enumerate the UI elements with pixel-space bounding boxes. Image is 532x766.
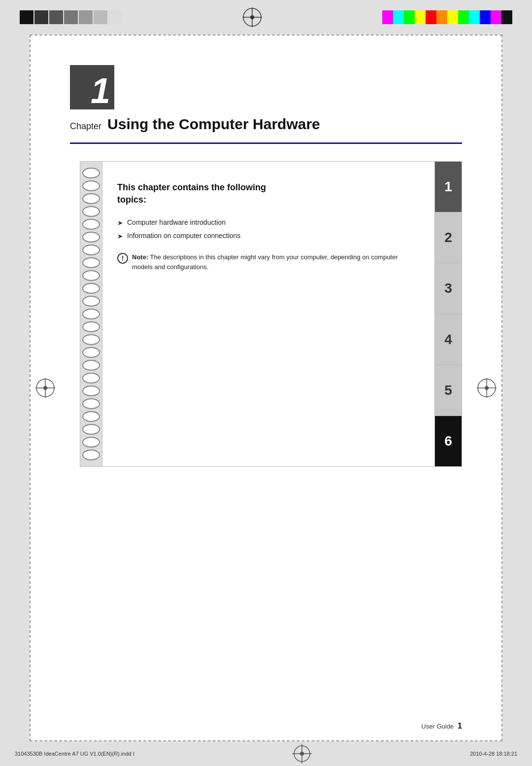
darkbar [501, 10, 512, 24]
printer-marks-bottom: 31043530B IdeaCentre A7 UG V1.0(EN)(R).i… [0, 741, 532, 766]
color-bars-right [382, 10, 512, 24]
spiral-coil-1 [82, 168, 100, 178]
yellow-bar [404, 10, 415, 24]
list-item-2: ➤ Information on computer connections [117, 232, 420, 240]
page-footer: User Guide 1 [421, 722, 462, 731]
tab-4[interactable]: 4 [435, 314, 462, 365]
spiral-coil-20 [82, 411, 100, 422]
spiral-coil-16 [82, 360, 100, 371]
spiral-coil-12 [82, 309, 100, 319]
spiral-coil-9 [82, 270, 100, 281]
purple-bar [491, 10, 501, 24]
svg-point-15 [300, 752, 304, 756]
footer-label: User Guide [421, 723, 454, 730]
spiral-coil-21 [82, 424, 100, 435]
note-icon: ! [117, 253, 128, 264]
spiral-coil-4 [82, 206, 100, 217]
note-content: The descriptions in this chapter might v… [132, 253, 398, 271]
notebook-container: This chapter contains the following topi… [80, 161, 462, 467]
cyan-bar [382, 10, 393, 24]
spiral-coil-19 [82, 398, 100, 409]
page: 1 Chapter Using the Computer Hardware [30, 35, 502, 741]
bar-3 [49, 10, 63, 24]
cyan2-bar [469, 10, 480, 24]
note-label: Note: [132, 253, 148, 261]
bullet-list: ➤ Computer hardware introduction ➤ Infor… [117, 218, 420, 240]
section-heading: This chapter contains the following topi… [117, 181, 420, 206]
spiral-binding [80, 162, 102, 466]
notebook-content-area: This chapter contains the following topi… [102, 162, 434, 466]
bullet-arrow-2: ➤ [117, 232, 123, 240]
spiral-coil-5 [82, 219, 100, 230]
chapter-label: Chapter [70, 121, 101, 132]
key-bar [415, 10, 426, 24]
green-bar [458, 10, 469, 24]
tab-6[interactable]: 6 [435, 416, 462, 466]
page-content: 1 Chapter Using the Computer Hardware [31, 35, 501, 740]
spiral-coil-22 [82, 437, 100, 448]
tab-container: 1 2 3 4 5 6 [434, 162, 462, 466]
printer-marks-top [0, 0, 532, 35]
bar-7 [108, 10, 122, 24]
bullet-arrow-1: ➤ [117, 219, 123, 227]
spiral-coil-8 [82, 257, 100, 268]
registration-mark-bottom [292, 744, 312, 764]
tab-3[interactable]: 3 [435, 263, 462, 314]
list-item-1: ➤ Computer hardware introduction [117, 218, 420, 227]
bar-2 [34, 10, 48, 24]
tab-2[interactable]: 2 [435, 212, 462, 263]
spiral-coil-10 [82, 283, 100, 294]
chapter-number: 1 [91, 73, 110, 108]
note-text: Note: The descriptions in this chapter m… [132, 252, 420, 272]
red-bar [426, 10, 436, 24]
footer-page-number: 1 [458, 722, 462, 731]
spiral-coil-3 [82, 193, 100, 204]
spiral-coil-18 [82, 385, 100, 396]
spiral-coil-15 [82, 347, 100, 358]
spiral-coil-23 [82, 450, 100, 460]
registration-mark-top [242, 7, 262, 27]
tab-1[interactable]: 1 [435, 162, 462, 212]
list-item-text-2: Information on computer connections [127, 232, 240, 240]
bottom-left-text: 31043530B IdeaCentre A7 UG V1.0(EN)(R).i… [15, 751, 134, 757]
note-box: ! Note: The descriptions in this chapter… [117, 252, 420, 272]
bar-4 [64, 10, 78, 24]
list-item-text-1: Computer hardware introduction [127, 218, 226, 226]
blue-bar [480, 10, 491, 24]
spiral-coil-11 [82, 296, 100, 307]
spiral-coil-13 [82, 321, 100, 332]
chapter-title-row: Chapter Using the Computer Hardware [70, 116, 462, 133]
spiral-coil-17 [82, 373, 100, 383]
bar-5 [79, 10, 93, 24]
bottom-right-text: 2010-4-28 18:18:21 [470, 751, 517, 757]
spiral-coil-14 [82, 334, 100, 345]
chapter-header: 1 Chapter Using the Computer Hardware [70, 65, 462, 133]
chapter-number-block: 1 [70, 65, 114, 109]
spiral-coil-2 [82, 180, 100, 191]
tab-5[interactable]: 5 [435, 365, 462, 416]
black-bars-left [20, 10, 122, 24]
orange-bar [436, 10, 447, 24]
yellow2-bar [447, 10, 458, 24]
chapter-title: Using the Computer Hardware [107, 116, 320, 133]
magenta-bar [393, 10, 404, 24]
bar-6 [94, 10, 107, 24]
spiral-coil-6 [82, 232, 100, 243]
svg-point-3 [250, 15, 254, 19]
chapter-divider [70, 142, 462, 144]
spiral-coil-7 [82, 244, 100, 255]
bar-1 [20, 10, 33, 24]
